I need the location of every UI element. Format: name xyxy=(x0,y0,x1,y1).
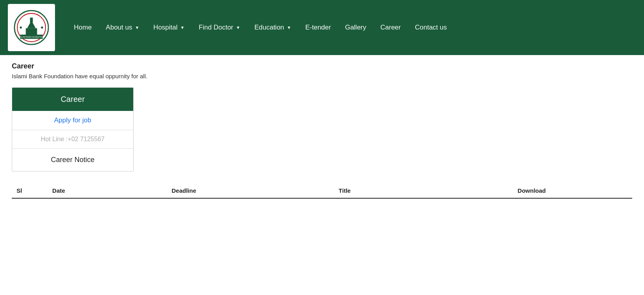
col-header-title: Title xyxy=(334,183,513,198)
career-notice-label: Career Notice xyxy=(12,149,133,171)
nav-item-gallery[interactable]: Gallery xyxy=(338,20,373,35)
apply-for-job-link[interactable]: Apply for job xyxy=(12,111,133,130)
col-header-download: Download xyxy=(513,183,632,198)
career-card-header: Career xyxy=(12,88,133,111)
nav-item-education[interactable]: Education ▼ xyxy=(247,20,298,35)
logo: ISLAMI BANK FOUNDATION xyxy=(8,4,55,51)
page-subtitle: Islami Bank Foundation have equal oppurn… xyxy=(12,73,632,79)
navbar: ISLAMI BANK FOUNDATION Home About us ▼ H… xyxy=(0,0,644,55)
table-header-row: Sl Date Deadline Title Download xyxy=(12,183,632,198)
chevron-down-icon: ▼ xyxy=(135,25,139,30)
page-content: Career Islami Bank Foundation have equal… xyxy=(0,55,644,199)
svg-point-6 xyxy=(41,26,43,28)
chevron-down-icon: ▼ xyxy=(287,25,291,30)
svg-point-5 xyxy=(20,26,22,28)
svg-text:ISLAMI BANK FOUNDATION: ISLAMI BANK FOUNDATION xyxy=(20,36,43,38)
nav-item-e-tender[interactable]: E-tender xyxy=(298,20,338,35)
chevron-down-icon: ▼ xyxy=(180,25,185,30)
table-header: Sl Date Deadline Title Download xyxy=(12,183,632,198)
nav-item-find-doctor[interactable]: Find Doctor ▼ xyxy=(192,20,248,35)
nav-item-hospital[interactable]: Hospital ▼ xyxy=(146,20,191,35)
nav-item-home[interactable]: Home xyxy=(67,20,99,35)
svg-rect-4 xyxy=(30,18,33,23)
col-header-deadline: Deadline xyxy=(167,183,334,198)
career-card: Career Apply for job Hot Line :+02 71255… xyxy=(12,87,134,171)
col-header-date: Date xyxy=(48,183,167,198)
nav-links: Home About us ▼ Hospital ▼ Find Doctor ▼… xyxy=(67,20,454,35)
page-title: Career xyxy=(12,62,632,70)
chevron-down-icon: ▼ xyxy=(236,25,240,30)
nav-item-contact-us[interactable]: Contact us xyxy=(408,20,454,35)
jobs-table: Sl Date Deadline Title Download xyxy=(12,183,632,199)
col-header-sl: Sl xyxy=(12,183,48,198)
hotline-text: Hot Line :+02 7125567 xyxy=(12,130,133,149)
nav-item-about-us[interactable]: About us ▼ xyxy=(99,20,146,35)
logo-icon: ISLAMI BANK FOUNDATION xyxy=(14,10,49,45)
nav-item-career[interactable]: Career xyxy=(373,20,408,35)
